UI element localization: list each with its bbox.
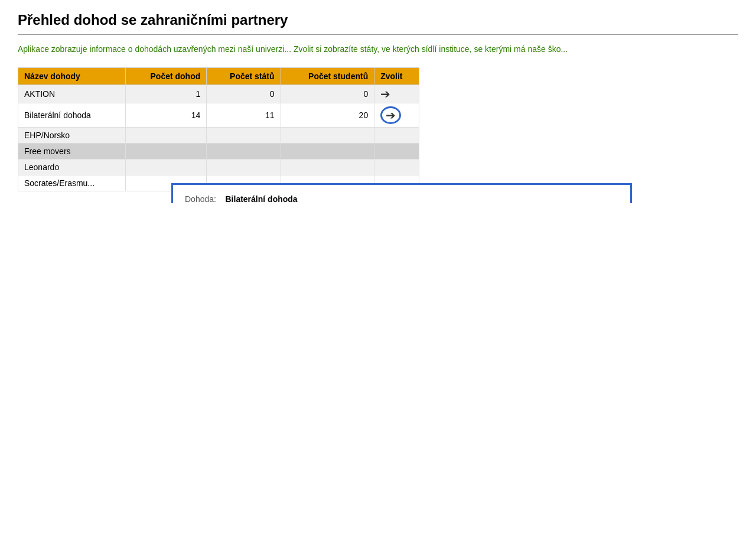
row-dohod: 14	[125, 103, 206, 128]
main-table-row: EHP/Norsko	[18, 128, 419, 144]
main-table-row: Free movers	[18, 144, 419, 159]
row-name: Bilaterální dohoda	[18, 103, 126, 128]
row-name: Leonardo	[18, 159, 126, 175]
row-studentu	[281, 159, 374, 175]
row-statu	[207, 128, 281, 144]
col-header-studentu: Počet studentů	[281, 68, 374, 85]
row-name: AKTION	[18, 85, 126, 103]
main-table-row: Leonardo	[18, 159, 419, 175]
row-statu	[207, 159, 281, 175]
row-zvolit: ➔	[374, 85, 419, 103]
col-header-dohod: Počet dohod	[125, 68, 206, 85]
row-statu: 11	[207, 103, 281, 128]
main-table-row: AKTION100➔	[18, 85, 419, 103]
row-studentu	[281, 144, 374, 159]
row-zvolit: ➔	[374, 103, 419, 128]
row-statu	[207, 144, 281, 159]
col-header-name: Název dohody	[18, 68, 126, 85]
row-studentu: 20	[281, 103, 374, 128]
intro-text: Aplikace zobrazuje informace o dohodách …	[18, 43, 738, 56]
main-table-row: Bilaterální dohoda141120➔	[18, 103, 419, 128]
detail-header: Dohoda: Bilaterální dohoda	[185, 194, 618, 203]
row-statu: 0	[207, 85, 281, 103]
col-header-statu: Počet států	[207, 68, 281, 85]
col-header-zvolit: Zvolit	[374, 68, 419, 85]
detail-label: Dohoda:	[185, 194, 216, 203]
detail-value: Bilaterální dohoda	[226, 194, 298, 203]
row-studentu	[281, 128, 374, 144]
row-zvolit	[374, 159, 419, 175]
row-name: EHP/Norsko	[18, 128, 126, 144]
arrow-button[interactable]: ➔	[380, 88, 390, 100]
main-table: Název dohody Počet dohod Počet států Poč…	[18, 67, 419, 191]
row-zvolit	[374, 128, 419, 144]
row-dohod	[125, 128, 206, 144]
row-name: Free movers	[18, 144, 126, 159]
row-dohod	[125, 159, 206, 175]
row-dohod: 1	[125, 85, 206, 103]
row-studentu: 0	[281, 85, 374, 103]
row-zvolit	[374, 144, 419, 159]
row-name: Socrates/Erasmu...	[18, 175, 126, 191]
detail-panel: Dohoda: Bilaterální dohoda Stát Počet in…	[171, 183, 632, 203]
arrow-button[interactable]: ➔	[380, 106, 401, 124]
page-title: Přehled dohod se zahraničními partnery	[18, 12, 738, 28]
row-dohod	[125, 144, 206, 159]
